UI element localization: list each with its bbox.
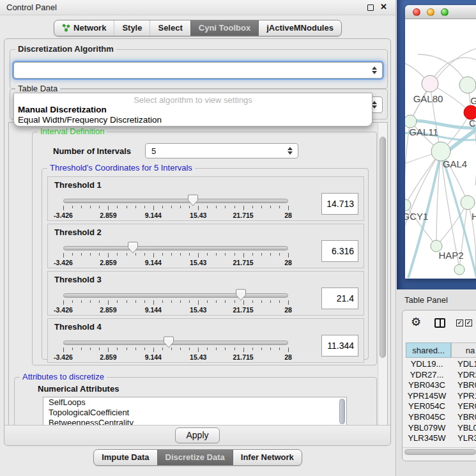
horizontal-scrollbar-thumb[interactable] [404,449,476,455]
network-node-gal80[interactable] [422,75,438,92]
control-panel-titlebar: Control Panel ✕ [0,0,395,15]
vertical-scrollbar[interactable] [378,123,387,426]
table-row[interactable]: YER054CYER0 [403,401,476,412]
threshold-value-field[interactable]: 21.4 [321,288,358,309]
checkbox-icon[interactable]: ✓ [456,319,463,326]
threshold-slider[interactable]: -3.4262.8599.14415.4321.71528 [63,243,288,268]
network-node-label: C [469,118,476,128]
tab-infer-network[interactable]: Infer Network [233,450,302,465]
table-row[interactable]: YBR045CYBR0 [403,412,476,423]
slider-track[interactable] [63,293,288,298]
slider-track[interactable] [63,246,288,250]
float-window-icon[interactable] [367,4,374,11]
network-node-h[interactable] [461,196,475,210]
slider-track[interactable] [63,199,288,203]
algorithm-option-manual-discretization[interactable]: Manual Discretization [14,105,372,115]
threshold-slider[interactable]: -3.4262.8599.14415.4321.71528 [63,338,288,362]
checkbox-icon[interactable]: ✓ [465,319,472,326]
zoom-traffic-light-icon[interactable] [441,8,449,16]
bottom-tabs: Impute DataDiscretize DataInfer Network [93,449,302,466]
top-tabs: NetworkStyleSelectCyni ToolboxjActiveMNo… [54,20,342,36]
gear-icon[interactable]: ⚙ [411,316,421,328]
threshold-value-field[interactable]: 11.344 [321,335,358,357]
tab-label: Select [158,23,182,33]
attribute-items: SelfLoopsTopologicalCoefficientBetweenne… [43,397,346,426]
table-row[interactable]: YIL052CYIL0 [403,444,476,446]
network-node-ga[interactable] [459,77,476,93]
network-node-gal11[interactable] [405,115,417,128]
bottom-tab-bar: Impute DataDiscretize DataInfer Network [0,449,395,466]
algorithm-options: Manual DiscretizationEqual Width/Frequen… [14,105,372,125]
apply-button[interactable]: Apply [175,427,219,443]
cell-shared-name: YLR345W [403,433,451,443]
combo-arrows-icon [288,147,293,155]
horizontal-scrollbar[interactable] [403,447,476,456]
slider-thumb[interactable] [164,336,174,348]
columns-icon[interactable] [434,318,445,328]
right-region: GAL80GACGAL11GAL4GCY1HHAP2 Table Panel ⚙… [397,0,476,476]
thresholds-title: Threshold's Coordinates for 5 Intervals [47,163,195,173]
slider-thumb[interactable] [188,194,198,206]
slider-tick-labels: -3.4262.8599.14415.4321.71528 [63,353,288,361]
tab-jactivemnodules[interactable]: jActiveMNodules [258,20,341,36]
table-row[interactable]: YPR145WYPR1 [403,391,476,402]
slider-track[interactable] [63,341,288,345]
table-row[interactable]: YBR043CYBR0 [403,380,476,391]
network-node-label: HAP2 [438,250,463,261]
network-canvas[interactable]: GAL80GACGAL11GAL4GCY1HHAP2 [405,19,476,278]
tab-style[interactable]: Style [114,20,150,36]
cell-name: YBR0 [457,412,476,422]
combo-arrows-icon [372,66,377,74]
tab-network[interactable]: Network [54,20,114,36]
number-of-intervals-value: 5 [151,146,156,156]
threshold-value-field[interactable]: 14.713 [321,193,358,215]
network-icon [62,24,70,32]
cell-shared-name: YER054C [403,401,451,411]
vertical-scrollbar-thumb[interactable] [380,137,386,358]
slider-thumb[interactable] [236,289,246,301]
slider-tick-labels: -3.4262.8599.14415.4321.71528 [63,211,288,219]
threshold-slider[interactable]: -3.4262.8599.14415.4321.71528 [63,291,288,315]
table-row[interactable]: YBL079WYBL0 [403,423,476,434]
network-node-gcy1[interactable] [405,199,411,211]
table-row[interactable]: YDL19...YDL1 [403,359,476,370]
threshold-slider[interactable]: -3.4262.8599.14415.4321.71528 [63,196,288,220]
discretization-algorithm-title: Discretization Algorithm [15,44,116,54]
cell-name: YBL0 [457,423,476,433]
cell-shared-name: YDR27... [403,370,451,380]
network-node[interactable] [454,265,464,275]
attribute-item-selfloops[interactable]: SelfLoops [43,397,346,408]
attribute-item-topologicalcoefficient[interactable]: TopologicalCoefficient [43,408,346,418]
minimize-traffic-light-icon[interactable] [427,8,434,16]
table-row[interactable]: YLR345WYLR3 [403,433,476,444]
attributes-scrollbar-thumb[interactable] [339,399,345,424]
attributes-group: Attributes to discretize Numerical Attri… [14,377,377,426]
threshold-value-field[interactable]: 6.316 [321,240,358,262]
tab-label: Impute Data [102,452,149,462]
column-header-name[interactable]: na [451,342,476,358]
close-icon[interactable]: ✕ [380,2,387,12]
network-node-label: H [472,211,476,222]
network-window: GAL80GACGAL11GAL4GCY1HHAP2 [405,5,476,279]
cell-name: YPR1 [457,391,476,401]
cell-shared-name: YIL052C [403,444,451,446]
network-node-label: GCY1 [405,211,428,222]
algorithm-combobox[interactable] [13,62,383,79]
slider-tick-labels: -3.4262.8599.14415.4321.71528 [63,259,288,266]
tab-discretize-data[interactable]: Discretize Data [157,450,233,465]
tab-cyni-toolbox[interactable]: Cyni Toolbox [190,20,258,36]
table-row[interactable]: YDR27...YDR2 [403,370,476,381]
algorithm-option-equal-width-frequency-discretization[interactable]: Equal Width/Frequency Discretization [14,115,372,125]
slider-ticks [63,300,288,305]
tab-select[interactable]: Select [150,20,190,36]
close-traffic-light-icon[interactable] [413,8,420,16]
column-header-shared[interactable]: shared... [406,342,451,358]
numerical-attributes-list[interactable]: SelfLoopsTopologicalCoefficientBetweenne… [43,397,347,426]
attributes-title: Attributes to discretize [20,372,107,381]
algorithm-prompt: Select algorithm to view settings [14,95,372,105]
slider-thumb[interactable] [128,242,138,254]
number-of-intervals-combobox[interactable]: 5 [145,143,298,158]
threshold-row-threshold-2: Threshold 2-3.4262.8599.14415.4321.71528… [47,224,364,268]
network-view-background: GAL80GACGAL11GAL4GCY1HHAP2 [397,0,476,289]
tab-impute-data[interactable]: Impute Data [94,450,157,465]
